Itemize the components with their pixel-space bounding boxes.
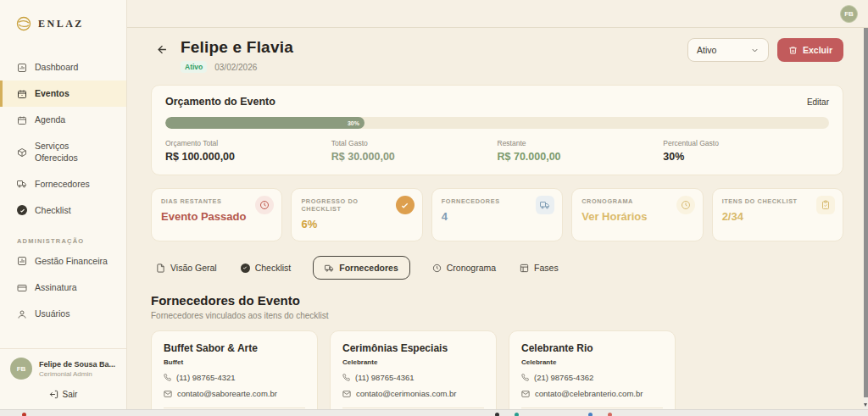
- stat-card-cronograma[interactable]: CRONOGRAMA Ver Horários: [571, 188, 703, 241]
- stats-row: DIAS RESTANTES Evento Passado PROGRESSO …: [151, 188, 843, 241]
- budget-card: Orçamento do Evento Editar 30% Orçamento…: [151, 85, 843, 175]
- sidebar-item-label: Checklist: [35, 205, 71, 216]
- vendor-phone: (21) 98765-4362: [521, 373, 663, 382]
- vendor-cards-row: Buffet Sabor & Arte Buffet (11) 98765-43…: [151, 330, 843, 409]
- clipboard-icon: [816, 196, 835, 214]
- sidebar-item-label: Serviços Oferecidos: [35, 141, 94, 163]
- edit-budget-button[interactable]: Editar: [807, 97, 829, 107]
- stat-card-fornecedores[interactable]: FORNECEDORES 4: [431, 188, 563, 241]
- sidebar-item-checklist[interactable]: Checklist: [0, 197, 126, 224]
- tab-checklist[interactable]: Checklist: [239, 257, 293, 279]
- sidebar-item-agenda[interactable]: Agenda: [0, 107, 126, 133]
- vendor-phone: (11) 98765-4321: [164, 373, 305, 382]
- stat-card-dias-restantes[interactable]: DIAS RESTANTES Evento Passado: [151, 188, 282, 241]
- logout-button[interactable]: Sair: [49, 390, 78, 399]
- sidebar-item-label: Agenda: [35, 114, 65, 125]
- phone-icon: [342, 374, 350, 381]
- user-role: Cerimonial Admin: [39, 370, 115, 378]
- stat-card-progresso-checklist[interactable]: PROGRESSO DO CHECKLIST 6%: [291, 188, 422, 241]
- divider: [164, 408, 305, 408]
- clock-icon: [676, 196, 695, 214]
- sidebar-item-assinatura[interactable]: Assinatura: [0, 275, 126, 301]
- vendor-email: contato@celebranterio.com.br: [521, 389, 663, 398]
- truck-icon: [325, 263, 334, 273]
- logout-icon: [49, 390, 58, 399]
- phone-icon: [164, 374, 171, 381]
- mail-icon: [342, 390, 351, 398]
- budget-title: Orçamento do Evento: [165, 96, 275, 108]
- vendor-phone: (11) 98765-4361: [342, 373, 484, 382]
- user-icon: [17, 309, 27, 319]
- sidebar-item-label: Usuários: [35, 308, 70, 319]
- budget-progress-bar: 30%: [165, 117, 829, 129]
- vendor-card[interactable]: Buffet Sabor & Arte Buffet (11) 98765-43…: [151, 330, 318, 409]
- sidebar-item-servicos[interactable]: Serviços Oferecidos: [0, 133, 119, 170]
- sidebar-item-label: Assinatura: [35, 282, 77, 293]
- taskbar-app-icon[interactable]: [588, 413, 593, 416]
- clock-icon: [432, 263, 442, 273]
- topbar-avatar[interactable]: FB: [840, 5, 858, 23]
- mail-icon: [521, 390, 530, 398]
- taskbar-app-icon[interactable]: [495, 413, 499, 416]
- tab-visao-geral[interactable]: Visão Geral: [154, 257, 219, 279]
- box-icon: [17, 147, 27, 158]
- sidebar: ENLAZ Dashboard Eventos Agenda Serviços …: [0, 0, 127, 409]
- vendor-email: contato@cerimonias.com.br: [342, 389, 484, 398]
- tab-fornecedores[interactable]: Fornecedores: [313, 256, 409, 280]
- sidebar-item-label: Gestão Financeira: [35, 256, 108, 267]
- trash-icon: [788, 46, 798, 55]
- phone-icon: [521, 374, 529, 381]
- sidebar-item-gestao-financeira[interactable]: Gestão Financeira: [0, 248, 126, 275]
- finance-chart-icon: [17, 256, 27, 266]
- sidebar-item-fornecedores[interactable]: Fornecedores: [0, 171, 126, 197]
- app-logo: ENLAZ: [0, 0, 126, 44]
- sidebar-item-eventos[interactable]: Eventos: [0, 80, 126, 107]
- budget-field: Restante R$ 70.000,00: [498, 139, 664, 163]
- calendar-event-icon: [17, 89, 27, 99]
- divider: [342, 408, 484, 408]
- page-title: Felipe e Flavia: [181, 38, 293, 57]
- sidebar-item-usuarios[interactable]: Usuários: [0, 301, 126, 327]
- sidebar-item-label: Dashboard: [35, 62, 78, 73]
- document-icon: [156, 263, 165, 273]
- sidebar-item-label: Eventos: [35, 88, 70, 99]
- admin-section-label: ADMINISTRAÇÃO: [0, 224, 126, 248]
- os-taskbar[interactable]: [0, 409, 868, 416]
- status-select[interactable]: Ativo: [687, 38, 769, 62]
- divider: [521, 408, 663, 408]
- vendor-card[interactable]: Celebrante Rio Celebrante (21) 98765-436…: [509, 330, 676, 409]
- scrollbar-down-arrow[interactable]: [864, 403, 867, 407]
- check-circle-icon: [396, 196, 415, 214]
- back-button[interactable]: [151, 38, 169, 56]
- user-avatar: FB: [10, 358, 32, 380]
- delete-event-button[interactable]: Excluir: [777, 38, 843, 62]
- stat-card-itens-checklist[interactable]: ITENS DO CHECKLIST 2/34: [712, 188, 843, 241]
- check-circle-icon: [241, 263, 250, 273]
- calendar-icon: [17, 115, 27, 125]
- scrollbar-thumb[interactable]: [864, 28, 868, 397]
- mail-icon: [164, 390, 172, 398]
- taskbar-app-icon[interactable]: [22, 413, 26, 416]
- event-date: 03/02/2026: [214, 63, 257, 72]
- sidebar-user-section: FB Felipe de Sousa Ba... Cerimonial Admi…: [0, 348, 126, 409]
- sidebar-item-dashboard[interactable]: Dashboard: [0, 54, 126, 80]
- vertical-scrollbar[interactable]: [864, 28, 868, 409]
- budget-field: Total Gasto R$ 30.000,00: [331, 139, 498, 163]
- logout-label: Sair: [63, 390, 78, 399]
- truck-icon: [17, 179, 27, 189]
- main-content: Felipe e Flavia Ativo 03/02/2026 Ativo E…: [127, 28, 864, 409]
- tab-fases[interactable]: Fases: [518, 257, 560, 279]
- vendor-card[interactable]: Cerimônias Especiais Celebrante (11) 987…: [330, 330, 497, 409]
- taskbar-app-icon[interactable]: [608, 413, 612, 416]
- truck-icon: [536, 196, 554, 214]
- page-header: Felipe e Flavia Ativo 03/02/2026 Ativo E…: [151, 38, 843, 73]
- topbar: FB: [127, 0, 868, 28]
- vendors-section-subtitle: Fornecedores vinculados aos itens do che…: [151, 311, 843, 320]
- taskbar-app-icon[interactable]: [515, 413, 519, 416]
- layers-icon: [520, 263, 529, 273]
- user-name: Felipe de Sousa Ba...: [39, 360, 115, 369]
- credit-card-icon: [17, 283, 27, 293]
- tab-cronograma[interactable]: Cronograma: [431, 257, 498, 279]
- chevron-down-icon: [750, 46, 760, 55]
- user-profile[interactable]: FB Felipe de Sousa Ba... Cerimonial Admi…: [10, 358, 116, 380]
